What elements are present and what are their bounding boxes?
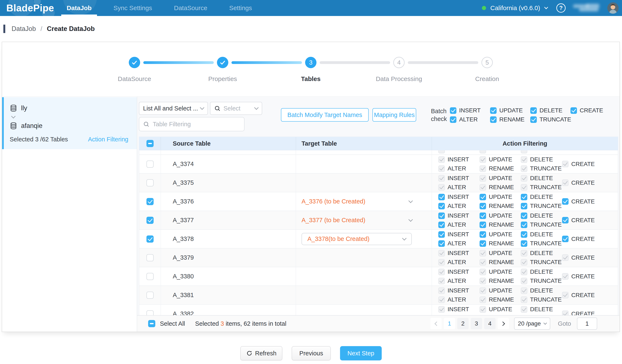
target-table-select[interactable]: A_3376 (to be Created) <box>296 198 431 205</box>
row-checkbox[interactable] <box>146 179 154 186</box>
checkbox-checked[interactable] <box>480 222 486 228</box>
checkbox-checked[interactable] <box>570 107 577 114</box>
next-page-button[interactable] <box>498 318 509 329</box>
nav-item-datasource[interactable]: DataSource <box>167 0 214 16</box>
page-button-2[interactable]: 2 <box>457 318 469 329</box>
check-icon <box>132 59 137 64</box>
checkbox-checked[interactable] <box>480 231 486 238</box>
column-select[interactable]: Select <box>210 102 262 115</box>
row-checkbox[interactable] <box>146 254 154 261</box>
row-action-rename: RENAME <box>480 202 521 210</box>
checkbox-disabled <box>438 306 445 313</box>
nav-item-settings[interactable]: Settings <box>222 0 259 16</box>
page-size-select[interactable]: 20 /page <box>514 318 550 330</box>
checkbox-checked[interactable] <box>480 194 486 200</box>
checkbox-checked[interactable] <box>450 107 456 114</box>
region-selector[interactable]: California (v0.6.0) <box>490 4 540 12</box>
target-table-select[interactable]: A_3378(to be Created) <box>302 233 412 245</box>
checkbox-checked[interactable] <box>490 107 497 114</box>
checkbox-checked[interactable] <box>562 198 568 205</box>
step-number-text: 5 <box>486 59 489 66</box>
avatar[interactable] <box>607 2 619 14</box>
refresh-button[interactable]: Refresh <box>240 346 282 361</box>
page-button-1[interactable]: 1 <box>444 318 455 329</box>
checkbox-checked[interactable] <box>438 231 445 238</box>
checkbox-checked[interactable] <box>562 236 568 242</box>
row-action-label: TRUNCATE <box>530 278 562 284</box>
navbar-right: California (v0.6.0) ? <box>482 2 619 14</box>
select-all-label: Select All <box>160 320 185 327</box>
nav-item-datajob[interactable]: DataJob <box>59 0 99 16</box>
app-logo[interactable]: BladePipe <box>6 2 54 14</box>
checkbox-checked[interactable] <box>438 222 445 228</box>
row-action-label: ALTER <box>447 165 466 172</box>
checkbox-checked[interactable] <box>438 212 445 219</box>
help-icon[interactable]: ? <box>556 3 566 13</box>
status-dot <box>482 6 486 10</box>
row-action-label: UPDATE <box>489 268 512 275</box>
checkbox-checked[interactable] <box>480 212 486 219</box>
checkbox-checked[interactable] <box>521 231 527 238</box>
row-action-label: ALTER <box>447 296 466 303</box>
checkbox-checked[interactable] <box>521 203 527 209</box>
prev-page-button[interactable] <box>430 318 442 329</box>
row-checkbox[interactable] <box>146 161 154 168</box>
action-column: CREATE <box>562 179 603 186</box>
checkbox-checked[interactable] <box>450 116 456 123</box>
checkbox-checked[interactable] <box>521 194 527 200</box>
target-table-cell <box>296 249 432 267</box>
source-table-cell: A_3379 <box>161 249 296 267</box>
row-action-label: UPDATE <box>489 287 512 294</box>
row-checkbox[interactable] <box>146 273 154 280</box>
list-mode-select[interactable]: List All and Select ... <box>139 102 208 115</box>
action-column: UPDATERENAME <box>480 249 521 266</box>
row-action-label: DELETE <box>530 231 553 238</box>
row-checkbox[interactable] <box>146 235 154 243</box>
checkbox-checked[interactable] <box>521 240 527 247</box>
checkbox-checked[interactable] <box>480 203 486 209</box>
mapping-rules-button[interactable]: Mapping Rules <box>372 108 416 122</box>
row-action-label: TRUNCATE <box>530 184 562 191</box>
page-button-3[interactable]: 3 <box>471 318 482 329</box>
target-table-select[interactable]: A_3377 (to be Created) <box>296 217 431 224</box>
checkbox-checked[interactable] <box>530 116 537 123</box>
nav-item-sync-settings[interactable]: Sync Settings <box>106 0 159 16</box>
next-step-button[interactable]: Next Step <box>340 346 382 361</box>
checkbox-checked[interactable] <box>562 217 568 223</box>
select-page-checkbox[interactable] <box>146 140 154 147</box>
checkbox-checked[interactable] <box>438 203 445 209</box>
select-all-checkbox[interactable] <box>148 320 155 327</box>
row-action-label: UPDATE <box>489 306 512 313</box>
checkbox-checked[interactable] <box>521 222 527 228</box>
previous-button[interactable]: Previous <box>292 346 331 361</box>
row-action-truncate: TRUNCATE <box>521 165 562 172</box>
checkbox-checked[interactable] <box>438 240 445 247</box>
page-actions: Refresh Previous Next Step <box>0 346 622 361</box>
page-button-4[interactable]: 4 <box>484 318 496 329</box>
checkbox-checked[interactable] <box>490 116 497 123</box>
row-action-rename: RENAME <box>480 240 521 247</box>
row-action-label: RENAME <box>489 203 514 209</box>
row-action-label: RENAME <box>489 240 514 247</box>
row-checkbox[interactable] <box>146 198 154 205</box>
row-action-label: INSERT <box>447 268 469 275</box>
row-checkbox[interactable] <box>146 217 154 224</box>
batch-modify-button[interactable]: Batch Modify Target Names <box>281 108 369 122</box>
checkbox-checked[interactable] <box>521 212 527 219</box>
table-filter-input[interactable] <box>153 121 240 128</box>
row-action-label: DELETE <box>530 193 553 200</box>
row-checkbox[interactable] <box>146 292 154 299</box>
action-column: UPDATERENAME <box>480 175 521 191</box>
row-action-label: INSERT <box>447 287 469 294</box>
table-filter-field[interactable] <box>139 117 245 131</box>
selected-datasource-item[interactable]: lly afanqie <box>2 97 137 149</box>
row-action-rename: RENAME <box>480 184 521 191</box>
goto-input[interactable] <box>577 318 597 330</box>
chevron-down-icon[interactable] <box>544 5 548 9</box>
checkbox-checked[interactable] <box>438 194 445 200</box>
checkbox-checked[interactable] <box>480 240 486 247</box>
action-filtering-link[interactable]: Action Filtering <box>88 136 128 143</box>
breadcrumb-datajob[interactable]: DataJob <box>12 25 36 33</box>
checkbox-checked[interactable] <box>530 107 537 114</box>
action-column: CREATE <box>562 161 603 168</box>
